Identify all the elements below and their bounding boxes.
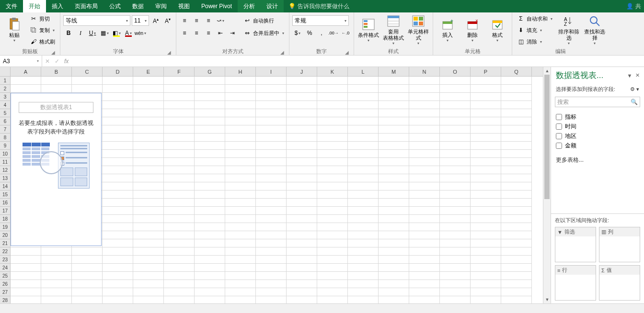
cell[interactable] (41, 288, 72, 296)
cell[interactable] (225, 182, 256, 190)
cell[interactable] (471, 264, 501, 272)
align-right-button[interactable]: ≡ (203, 28, 214, 38)
cell[interactable] (103, 142, 133, 150)
cell[interactable] (133, 264, 164, 272)
cell[interactable] (41, 264, 72, 272)
cell[interactable] (379, 85, 409, 93)
cell[interactable] (501, 272, 532, 280)
cell[interactable] (195, 215, 225, 223)
cell[interactable] (103, 264, 133, 272)
cell[interactable] (440, 215, 471, 223)
clipboard-dialog-launcher[interactable]: ◢ (50, 49, 56, 55)
row-header[interactable]: 1 (0, 77, 11, 85)
bold-button[interactable]: B (63, 28, 74, 38)
row-header[interactable]: 24 (0, 264, 11, 272)
cell[interactable] (317, 207, 348, 215)
cell[interactable] (103, 256, 133, 264)
cell[interactable] (348, 264, 379, 272)
cell[interactable] (501, 174, 532, 182)
cell[interactable] (41, 85, 72, 93)
cell[interactable] (11, 256, 41, 264)
select-all-corner[interactable] (0, 67, 11, 76)
cell[interactable] (348, 158, 379, 166)
cell[interactable] (287, 239, 317, 247)
cell[interactable] (317, 296, 348, 303)
cell[interactable] (133, 231, 164, 239)
cell[interactable] (11, 85, 41, 93)
field-checkbox[interactable] (556, 133, 562, 139)
row-header[interactable]: 10 (0, 150, 11, 158)
taskpane-close-icon[interactable]: ✕ (633, 72, 641, 78)
cell[interactable] (256, 93, 287, 101)
cell[interactable] (501, 166, 532, 174)
cell[interactable] (379, 199, 409, 207)
cell[interactable] (348, 288, 379, 296)
cell[interactable] (256, 264, 287, 272)
cell[interactable] (379, 109, 409, 117)
cell[interactable] (440, 280, 471, 288)
cell[interactable] (103, 85, 133, 93)
row-header[interactable]: 14 (0, 182, 11, 190)
cell[interactable] (195, 150, 225, 158)
cell[interactable] (348, 199, 379, 207)
cell[interactable] (471, 231, 501, 239)
cell[interactable] (256, 256, 287, 264)
cell[interactable] (501, 134, 532, 142)
cell[interactable] (225, 288, 256, 296)
cell[interactable] (471, 296, 501, 303)
percent-button[interactable]: % (304, 28, 315, 38)
cell[interactable] (440, 207, 471, 215)
cell[interactable] (103, 182, 133, 190)
cell[interactable] (471, 85, 501, 93)
cell[interactable] (440, 182, 471, 190)
cell[interactable] (379, 207, 409, 215)
row-header[interactable]: 8 (0, 134, 11, 142)
cell[interactable] (195, 109, 225, 117)
cell[interactable] (287, 101, 317, 109)
cell[interactable] (409, 199, 440, 207)
increase-indent-button[interactable]: ⇥ (227, 28, 238, 38)
cell[interactable] (256, 296, 287, 303)
row-header[interactable]: 27 (0, 288, 11, 296)
cell[interactable] (440, 85, 471, 93)
cell[interactable] (256, 158, 287, 166)
cell[interactable] (379, 166, 409, 174)
cell[interactable] (348, 142, 379, 150)
share-button[interactable]: 共 (635, 2, 641, 11)
cell[interactable] (287, 142, 317, 150)
cell[interactable] (133, 93, 164, 101)
cell[interactable] (409, 77, 440, 85)
cell[interactable] (471, 207, 501, 215)
cell[interactable] (501, 239, 532, 247)
cell[interactable] (256, 174, 287, 182)
cell[interactable] (164, 256, 195, 264)
cell[interactable] (103, 101, 133, 109)
cell[interactable] (501, 182, 532, 190)
cell[interactable] (164, 247, 195, 256)
cell[interactable] (379, 101, 409, 109)
cell[interactable] (379, 77, 409, 85)
cell[interactable] (195, 117, 225, 125)
cell[interactable] (501, 109, 532, 117)
cell[interactable] (317, 256, 348, 264)
cell[interactable] (103, 272, 133, 280)
cell[interactable] (379, 256, 409, 264)
decrease-decimal-button[interactable]: ←.0 (340, 28, 351, 38)
cell[interactable] (41, 272, 72, 280)
column-header[interactable]: G (195, 67, 225, 76)
cell[interactable] (72, 85, 103, 93)
tell-me-search[interactable]: 💡 告诉我你想要做什么 (284, 0, 354, 12)
cell[interactable] (256, 280, 287, 288)
taskpane-gear-icon[interactable]: ⚙ ▾ (630, 86, 639, 92)
cell[interactable] (287, 231, 317, 239)
align-center-button[interactable]: ≡ (191, 28, 202, 38)
cell[interactable] (133, 166, 164, 174)
cell[interactable] (501, 231, 532, 239)
cell[interactable] (348, 247, 379, 256)
taskpane-dropdown-icon[interactable]: ▼ (626, 73, 633, 78)
cell[interactable] (287, 182, 317, 190)
column-header[interactable]: O (440, 67, 471, 76)
cell[interactable] (225, 223, 256, 231)
cell[interactable] (348, 134, 379, 142)
cell[interactable] (164, 231, 195, 239)
